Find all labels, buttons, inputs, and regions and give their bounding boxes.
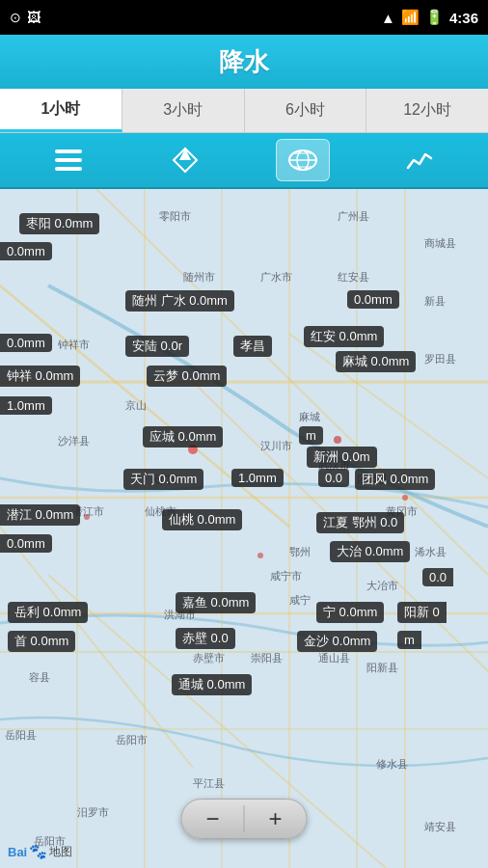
svg-rect-2 [55,167,82,171]
tab-12h[interactable]: 12小时 [366,89,488,132]
baidu-brand: Bai [8,845,27,859]
svg-text:修水县: 修水县 [376,758,408,770]
svg-text:汨罗市: 汨罗市 [77,806,109,818]
baidu-paw-icon: 🐾 [29,843,47,860]
svg-point-29 [188,445,198,454]
tab-3h[interactable]: 3小时 [122,89,245,132]
svg-text:岳阳市: 岳阳市 [116,734,148,746]
svg-text:平江县: 平江县 [193,777,225,789]
svg-point-32 [258,553,263,558]
zoom-in-button[interactable]: + [245,800,307,838]
battery-icon: 🔋 [425,9,444,26]
status-icons-right: ▲ 📶 🔋 4:36 [381,9,478,26]
svg-point-33 [402,495,408,501]
svg-text:武汉市: 武汉市 [318,459,350,471]
screen-icon: ⊙ [10,10,21,25]
svg-text:天门市: 天门市 [149,474,181,485]
status-bar: ⊙ 🖼 ▲ 📶 🔋 4:36 [0,0,488,35]
svg-text:容县: 容县 [29,671,50,683]
svg-text:崇阳县: 崇阳县 [251,652,283,664]
map-view-button[interactable] [276,139,330,181]
svg-text:罗田县: 罗田县 [424,353,456,365]
image-icon: 🖼 [27,10,41,25]
page-title: 降水 [219,45,269,79]
svg-text:潜江市: 潜江市 [72,505,104,517]
svg-text:通山县: 通山县 [318,652,350,664]
svg-text:麻城: 麻城 [299,411,320,422]
svg-text:黄冈市: 黄冈市 [386,505,418,517]
wifi-icon: ▲ [381,10,395,26]
svg-text:咸宁: 咸宁 [289,594,311,606]
svg-text:京山: 京山 [125,399,147,411]
zoom-controls: − + [181,799,308,839]
svg-text:浠水县: 浠水县 [415,546,447,557]
header: 降水 [0,35,488,89]
list-view-button[interactable] [41,139,95,181]
zoom-out-button[interactable]: − [182,800,244,838]
svg-text:钟祥市: 钟祥市 [57,339,90,350]
tool-bar [0,133,488,189]
svg-text:零阳市: 零阳市 [159,210,191,222]
location-button[interactable] [158,139,212,181]
svg-text:广水市: 广水市 [260,271,292,283]
svg-text:随州市: 随州市 [183,271,215,283]
svg-text:商城县: 商城县 [424,237,456,249]
svg-rect-0 [55,149,82,153]
time-display: 4:36 [449,10,478,26]
svg-text:大冶市: 大冶市 [366,580,398,591]
tab-1h[interactable]: 1小时 [0,89,122,132]
baidu-text: 地图 [49,844,72,860]
svg-text:红安县: 红安县 [338,271,369,283]
svg-text:广州县: 广州县 [338,210,369,222]
chart-view-button[interactable] [393,139,447,181]
svg-text:团风县: 团风县 [357,474,389,485]
svg-text:新县: 新县 [424,295,446,307]
map-area[interactable]: 零阳市 广州县 商城县 罗田县 随州市 广水市 红安县 新县 钟祥市 京山 沙洋… [0,189,488,868]
svg-text:岳阳县: 岳阳县 [5,729,37,741]
svg-text:靖安县: 靖安县 [424,821,456,832]
svg-rect-1 [55,158,82,162]
signal-icon: 📶 [401,9,420,26]
svg-text:沙洋县: 沙洋县 [58,435,90,447]
svg-text:仙桃市: 仙桃市 [145,505,176,517]
svg-point-30 [334,436,341,444]
svg-text:阳新县: 阳新县 [366,662,398,673]
status-icons-left: ⊙ 🖼 [10,10,41,25]
tab-bar: 1小时 3小时 6小时 12小时 [0,89,488,133]
svg-text:汉川市: 汉川市 [260,440,292,451]
svg-marker-4 [179,149,191,160]
svg-text:赤壁市: 赤壁市 [193,652,225,664]
tab-6h[interactable]: 6小时 [245,89,367,132]
svg-text:咸宁市: 咸宁市 [270,570,302,582]
svg-text:洪湖市: 洪湖市 [164,609,196,620]
svg-text:鄂州: 鄂州 [289,546,311,557]
baidu-logo: Bai 🐾 地图 [8,843,72,860]
